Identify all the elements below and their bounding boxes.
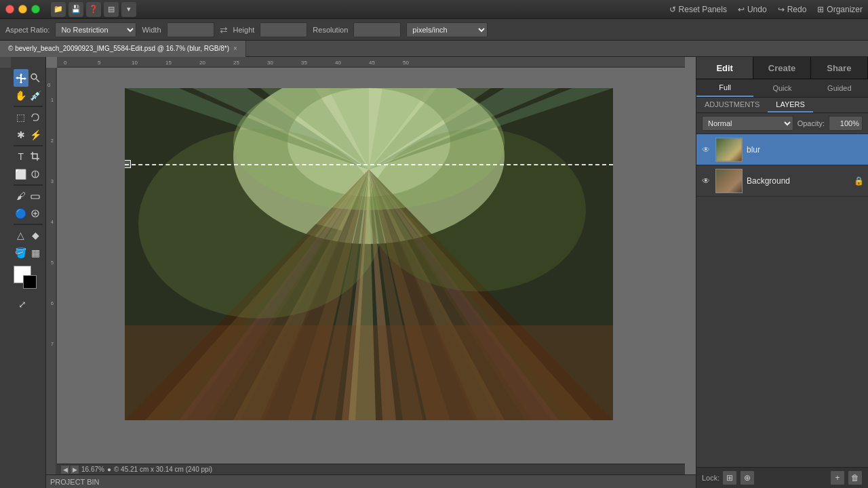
tool-row-3: ⬚ (14, 108, 43, 126)
close-button[interactable] (5, 5, 14, 14)
canvas-image-container (125, 88, 613, 420)
tool-divider-2 (14, 145, 43, 146)
aspect-ratio-label: Aspect Ratio: (5, 26, 50, 34)
color-swatches (14, 266, 41, 293)
text-tool[interactable]: T (14, 148, 28, 165)
tab-edit[interactable]: Edit (696, 57, 753, 79)
tab-share[interactable]: Share (811, 57, 868, 79)
layout-dropdown-icon[interactable]: ▾ (121, 2, 136, 17)
svg-text:5: 5 (98, 60, 101, 66)
paint-bucket-tool[interactable]: 🪣 (14, 244, 28, 262)
resolution-unit-select[interactable]: pixels/inch pixels/cm (406, 22, 488, 37)
svg-text:1: 1 (51, 98, 54, 102)
help-icon[interactable]: ❓ (86, 2, 101, 17)
reset-panels-button[interactable]: ↺ Reset Panels (669, 5, 727, 14)
ruler-horizontal: 0 5 10 15 20 25 30 35 40 45 50 (57, 57, 685, 68)
magic-wand-tool[interactable]: ⚡ (28, 126, 43, 144)
canvas-image (125, 88, 613, 420)
tab-close-button[interactable]: × (233, 45, 237, 52)
svg-text:15: 15 (165, 60, 172, 66)
layer-blur-thumb-preview (716, 138, 742, 161)
zoom-level: 16.67% (81, 466, 104, 473)
delete-layer-button[interactable]: 🗑 (848, 470, 863, 485)
layout-icon[interactable]: ▤ (104, 2, 119, 17)
move-handles-tool[interactable]: ⤢ (14, 296, 31, 313)
new-layer-button[interactable]: + (830, 470, 845, 485)
svg-text:40: 40 (335, 60, 341, 66)
minimize-button[interactable] (18, 5, 27, 14)
document-tab[interactable]: © beverly_beach_20090923_IMG_5584-Edit.p… (0, 41, 246, 57)
options-bar: Aspect Ratio: No Restriction Use Photo R… (0, 19, 868, 41)
sharpen-tool[interactable]: △ (14, 226, 28, 244)
maximize-button[interactable] (31, 5, 40, 14)
project-bin-label: PROJECT BIN (50, 478, 100, 486)
lock-position-button[interactable]: ⊕ (740, 470, 755, 485)
healing-tool[interactable] (28, 205, 43, 222)
tool-divider-1 (14, 106, 43, 107)
subtab-full[interactable]: Full (696, 79, 753, 97)
quick-selection-tool[interactable]: ✱ (14, 126, 28, 144)
brush-tool[interactable]: 🖌 (14, 187, 28, 205)
lasso-tool[interactable] (28, 108, 43, 126)
zoom-nav: ◀ ▶ (61, 466, 79, 474)
layer-blur-name: blur (747, 145, 864, 155)
zoom-forward-button[interactable]: ▶ (71, 466, 79, 474)
layer-background-visibility[interactable]: 👁 (701, 176, 711, 186)
tab-layers[interactable]: LAYERS (768, 98, 813, 113)
blend-mode-select[interactable]: Normal Dissolve Multiply Screen Overlay … (702, 116, 793, 131)
gradient-tool[interactable]: ▦ (28, 244, 43, 262)
width-input[interactable] (167, 22, 214, 37)
sponge-tool[interactable]: ◆ (28, 226, 43, 244)
svg-rect-21 (46, 68, 57, 477)
swap-icon[interactable]: ⇄ (220, 24, 228, 35)
tab-bar: © beverly_beach_20090923_IMG_5584-Edit.p… (0, 41, 868, 57)
background-color[interactable] (23, 275, 37, 289)
svg-text:5: 5 (51, 260, 54, 265)
crop-tool[interactable] (28, 148, 43, 165)
redo-button[interactable]: ↪ Redo (778, 5, 807, 14)
layer-background[interactable]: 👁 Background 🔒 (696, 165, 868, 197)
zoom-back-button[interactable]: ◀ (61, 466, 69, 474)
clone-tool[interactable]: 🔵 (14, 205, 28, 222)
layer-blur[interactable]: 👁 blur (696, 134, 868, 165)
tool-row-9: △ ◆ (14, 226, 43, 244)
opacity-input[interactable] (829, 116, 863, 131)
smart-brush-tool[interactable] (28, 165, 43, 183)
window-controls (5, 5, 40, 14)
svg-text:7: 7 (51, 342, 54, 346)
eraser-tool[interactable] (28, 187, 43, 205)
tab-adjustments[interactable]: ADJUSTMENTS (696, 98, 768, 113)
svg-text:0: 0 (47, 82, 51, 88)
undo-button[interactable]: ↩ Undo (738, 5, 767, 14)
zoom-tool[interactable] (28, 69, 43, 87)
move-tool[interactable] (14, 69, 28, 87)
shape-tool[interactable]: ⬜ (14, 165, 28, 183)
height-input[interactable] (260, 22, 307, 37)
eyedropper-tool[interactable]: 💉 (28, 87, 43, 104)
subtab-guided[interactable]: Guided (811, 79, 868, 97)
toolbox: ✋ 💉 ⬚ ✱ ⚡ T (0, 57, 46, 488)
panel-top-tabs: Edit Create Share (696, 57, 868, 79)
hand-tool[interactable]: ✋ (14, 87, 28, 104)
tool-row-7: 🖌 (14, 187, 43, 205)
canvas-viewport (57, 68, 685, 477)
resolution-input[interactable] (353, 22, 401, 37)
folder-icon[interactable]: 📁 (51, 2, 66, 17)
tab-create[interactable]: Create (753, 57, 810, 79)
svg-text:25: 25 (233, 60, 239, 66)
subtab-quick[interactable]: Quick (753, 79, 810, 97)
titlebar-right: ↺ Reset Panels ↩ Undo ↪ Redo ⊞ Organizer (669, 5, 863, 14)
layer-background-name: Background (747, 176, 850, 186)
lock-checkerboard-button[interactable]: ⊞ (722, 470, 737, 485)
svg-text:50: 50 (403, 60, 409, 66)
svg-text:35: 35 (301, 60, 307, 66)
titlebar: 📁 💾 ❓ ▤ ▾ ↺ Reset Panels ↩ Undo ↪ Redo ⊞… (0, 0, 868, 19)
image-dimensions: © 45.21 cm x 30.14 cm (240 ppi) (114, 466, 212, 473)
aspect-ratio-select[interactable]: No Restriction Use Photo Ratio 1:1 4:3 1… (55, 22, 136, 37)
layer-blur-visibility[interactable]: 👁 (701, 144, 711, 155)
opacity-label: Opacity: (797, 119, 825, 127)
marquee-tool[interactable]: ⬚ (14, 108, 28, 126)
organizer-button[interactable]: ⊞ Organizer (817, 5, 863, 14)
svg-text:0: 0 (64, 60, 67, 66)
save-icon[interactable]: 💾 (68, 2, 83, 17)
